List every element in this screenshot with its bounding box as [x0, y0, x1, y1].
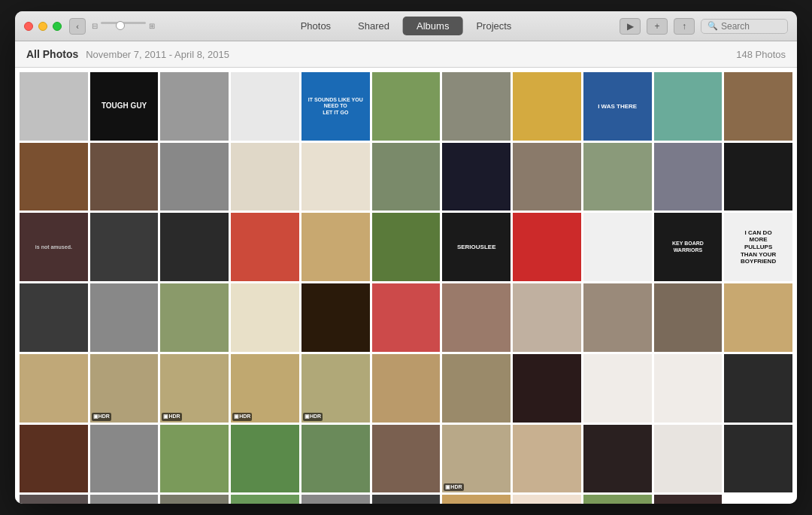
photo-cell[interactable]: [442, 143, 511, 211]
photo-grid: TOUGH GUYIT SOUNDS LIKE YOU NEED TO LET …: [20, 72, 792, 504]
photo-cell[interactable]: [513, 213, 581, 281]
photo-cell[interactable]: [20, 354, 88, 423]
photo-cell[interactable]: [372, 213, 441, 281]
tab-shared[interactable]: Shared: [344, 17, 403, 35]
photo-cell[interactable]: [513, 143, 581, 211]
date-range: November 7, 2011 - April 8, 2015: [86, 49, 229, 60]
photo-count: 148 Photos: [736, 49, 786, 60]
photo-cell[interactable]: [654, 425, 723, 493]
photo-cell[interactable]: [231, 283, 299, 352]
photo-cell[interactable]: [442, 283, 511, 352]
photo-cell[interactable]: [372, 495, 441, 504]
photo-cell[interactable]: I CAN DO MORE PULLUPS THAN YOUR BOYFRIEN…: [724, 213, 792, 281]
photo-cell[interactable]: [231, 425, 299, 493]
photo-cell[interactable]: [583, 213, 652, 281]
maximize-button[interactable]: [53, 22, 62, 31]
photo-cell[interactable]: ▣HDR: [301, 354, 370, 423]
nav-buttons: ‹: [69, 18, 86, 35]
photo-cell[interactable]: [372, 72, 441, 141]
photo-cell[interactable]: [724, 354, 792, 423]
photo-cell[interactable]: [301, 143, 370, 211]
photo-cell[interactable]: [90, 143, 159, 211]
photo-cell[interactable]: [654, 72, 723, 141]
photo-cell[interactable]: [90, 213, 159, 281]
photo-cell[interactable]: [160, 495, 229, 504]
photo-cell[interactable]: [301, 283, 370, 352]
photo-grid-container[interactable]: TOUGH GUYIT SOUNDS LIKE YOU NEED TO LET …: [15, 68, 797, 504]
photo-cell[interactable]: [513, 425, 581, 493]
photo-cell[interactable]: [160, 213, 229, 281]
photo-cell[interactable]: [583, 495, 652, 504]
photo-cell[interactable]: SERIOUSLEE: [442, 213, 511, 281]
photo-cell[interactable]: [442, 354, 511, 423]
photo-cell[interactable]: [583, 425, 652, 493]
photo-cell[interactable]: is not amused.: [20, 213, 88, 281]
photo-cell[interactable]: [724, 425, 792, 493]
photo-cell[interactable]: [513, 354, 581, 423]
search-box[interactable]: 🔍: [701, 19, 788, 34]
photo-cell[interactable]: [654, 143, 723, 211]
photo-cell[interactable]: [90, 425, 159, 493]
photo-cell[interactable]: [513, 283, 581, 352]
photo-cell[interactable]: [301, 425, 370, 493]
search-input[interactable]: [721, 21, 781, 32]
photo-cell[interactable]: [513, 72, 581, 141]
photo-cell[interactable]: [160, 425, 229, 493]
zoom-max-icon: ⊞: [149, 22, 155, 30]
photo-cell[interactable]: IT SOUNDS LIKE YOU NEED TO LET IT GO: [301, 72, 370, 141]
titlebar: ‹ ⊟ ⊞ Photos Shared Albums Projects ▶ + …: [15, 11, 797, 41]
photo-cell[interactable]: ▣HDR: [442, 425, 511, 493]
photo-cell[interactable]: [372, 425, 441, 493]
photo-cell[interactable]: [20, 143, 88, 211]
subtoolbar: All Photos November 7, 2011 - April 8, 2…: [15, 41, 797, 68]
photo-cell[interactable]: [372, 143, 441, 211]
photo-cell[interactable]: [90, 283, 159, 352]
photo-cell[interactable]: [583, 283, 652, 352]
photo-cell[interactable]: [90, 495, 159, 504]
add-button[interactable]: +: [647, 18, 668, 35]
photo-cell[interactable]: [301, 495, 370, 504]
back-button[interactable]: ‹: [69, 18, 86, 35]
photo-cell[interactable]: [372, 354, 441, 423]
photo-cell[interactable]: [724, 283, 792, 352]
minimize-button[interactable]: [38, 22, 47, 31]
photo-cell[interactable]: KEY BOARD WARRIORS: [654, 213, 723, 281]
tab-projects[interactable]: Projects: [462, 17, 525, 35]
photo-cell[interactable]: [231, 495, 299, 504]
photo-cell[interactable]: [20, 72, 88, 141]
photo-cell[interactable]: [20, 495, 88, 504]
photo-cell[interactable]: [583, 354, 652, 423]
photo-cell[interactable]: [724, 72, 792, 141]
photo-cell[interactable]: [654, 495, 723, 504]
photo-cell[interactable]: ▣HDR: [231, 354, 299, 423]
zoom-slider-area[interactable]: ⊟ ⊞: [92, 22, 155, 31]
photo-cell[interactable]: [231, 213, 299, 281]
photo-cell[interactable]: [724, 143, 792, 211]
photo-cell[interactable]: ▣HDR: [442, 495, 511, 504]
zoom-slider[interactable]: [101, 22, 146, 31]
photo-cell[interactable]: [654, 354, 723, 423]
play-button[interactable]: ▶: [620, 18, 641, 35]
share-button[interactable]: ↑: [674, 18, 695, 35]
photo-cell[interactable]: ▣HDR: [90, 354, 159, 423]
photo-cell[interactable]: I WAS THERE: [583, 72, 652, 141]
photo-cell[interactable]: [160, 72, 229, 141]
photo-cell[interactable]: [160, 143, 229, 211]
photo-cell[interactable]: [231, 143, 299, 211]
photo-cell[interactable]: [231, 72, 299, 141]
photo-cell[interactable]: TOUGH GUY: [90, 72, 159, 141]
photo-cell[interactable]: [513, 495, 581, 504]
tab-albums[interactable]: Albums: [403, 17, 462, 35]
photo-cell[interactable]: [160, 283, 229, 352]
photo-cell[interactable]: [583, 143, 652, 211]
search-icon: 🔍: [707, 21, 718, 31]
photo-cell[interactable]: [20, 283, 88, 352]
tab-photos[interactable]: Photos: [287, 17, 344, 35]
close-button[interactable]: [24, 22, 33, 31]
photo-cell[interactable]: [654, 283, 723, 352]
photo-cell[interactable]: [442, 72, 511, 141]
photo-cell[interactable]: [301, 213, 370, 281]
photo-cell[interactable]: [20, 425, 88, 493]
photo-cell[interactable]: ▣HDR: [160, 354, 229, 423]
photo-cell[interactable]: [372, 283, 441, 352]
